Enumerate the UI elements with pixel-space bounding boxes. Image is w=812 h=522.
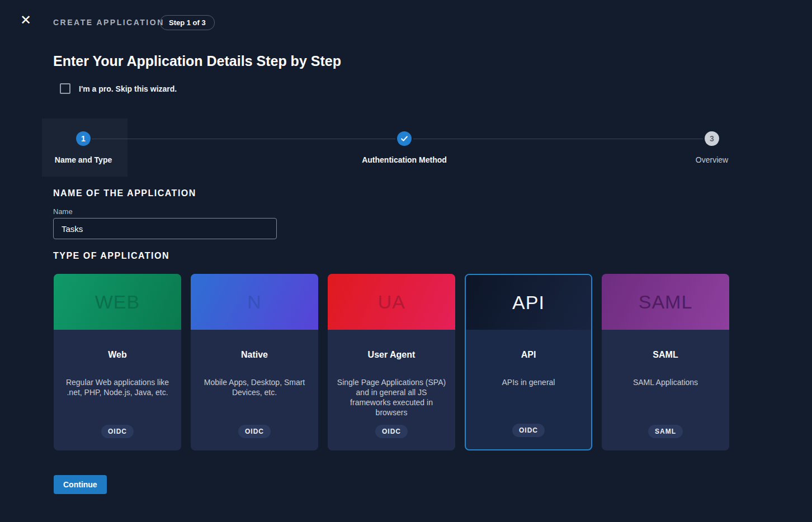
skip-wizard-row[interactable]: I'm a pro. Skip this wizard. <box>60 83 177 94</box>
check-icon <box>400 135 408 143</box>
card-title: User Agent <box>337 350 446 360</box>
name-section-title: NAME OF THE APPLICATION <box>53 188 196 198</box>
card-title: Native <box>200 350 309 360</box>
card-body: API APIs in general OIDC <box>466 330 591 449</box>
card-body: Web Regular Web applications like .net, … <box>54 330 181 450</box>
card-description: SAML Applications <box>611 378 720 388</box>
app-type-card-web[interactable]: WEB Web Regular Web applications like .n… <box>54 274 181 450</box>
card-description: Mobile Apps, Desktop, Smart Devices, etc… <box>200 378 309 398</box>
name-field-label: Name <box>53 207 73 216</box>
step-badge: Step 1 of 3 <box>160 15 215 30</box>
card-header: API <box>466 275 591 330</box>
step-3-label: Overview <box>696 155 728 164</box>
application-type-cards: WEB Web Regular Web applications like .n… <box>54 274 729 450</box>
page-title: CREATE APPLICATION <box>53 18 164 27</box>
step-2-circle[interactable] <box>397 131 412 146</box>
continue-button[interactable]: Continue <box>54 475 107 494</box>
card-title: Web <box>63 350 172 360</box>
step-2-label: Authentication Method <box>362 155 447 164</box>
stepper-connector-line <box>413 139 703 139</box>
card-title: API <box>475 350 582 360</box>
protocol-badge: OIDC <box>101 425 134 438</box>
type-section-title: TYPE OF APPLICATION <box>53 251 169 261</box>
application-name-input[interactable] <box>53 218 277 239</box>
app-type-card-saml[interactable]: SAML SAML SAML Applications SAML <box>602 274 729 450</box>
step-1-circle[interactable]: 1 <box>76 131 91 146</box>
card-header: UA <box>328 274 455 330</box>
card-description: Single Page Applications (SPA) and in ge… <box>337 378 446 418</box>
skip-wizard-checkbox[interactable] <box>60 83 70 94</box>
app-type-card-user-agent[interactable]: UA User Agent Single Page Applications (… <box>328 274 455 450</box>
card-body: SAML SAML Applications SAML <box>602 330 729 450</box>
app-type-card-native[interactable]: N Native Mobile Apps, Desktop, Smart Dev… <box>191 274 318 450</box>
protocol-badge: OIDC <box>512 424 545 437</box>
wizard-heading: Enter Your Application Details Step by S… <box>53 53 341 69</box>
stepper-connector-line <box>92 139 395 139</box>
protocol-badge: OIDC <box>238 425 271 438</box>
protocol-badge: SAML <box>648 425 683 438</box>
card-header: SAML <box>602 274 729 330</box>
app-type-card-api[interactable]: API API APIs in general OIDC <box>465 274 592 450</box>
card-title: SAML <box>611 350 720 360</box>
card-description: APIs in general <box>475 378 582 388</box>
card-header: N <box>191 274 318 330</box>
card-body: Native Mobile Apps, Desktop, Smart Devic… <box>191 330 318 450</box>
card-header: WEB <box>54 274 181 330</box>
close-icon[interactable]: ✕ <box>20 13 31 27</box>
protocol-badge: OIDC <box>375 425 408 438</box>
card-description: Regular Web applications like .net, PHP,… <box>63 378 172 398</box>
step-1-label: Name and Type <box>55 155 112 164</box>
step-3-circle[interactable]: 3 <box>705 131 719 146</box>
current-step-highlight <box>42 118 128 177</box>
card-body: User Agent Single Page Applications (SPA… <box>328 330 455 450</box>
skip-wizard-label: I'm a pro. Skip this wizard. <box>79 84 177 93</box>
